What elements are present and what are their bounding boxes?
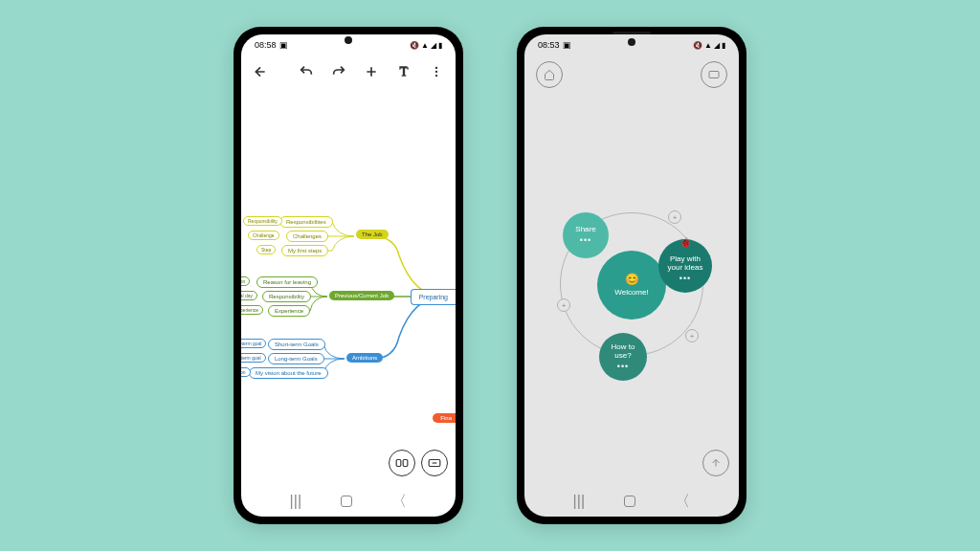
node-yellow-child-1[interactable]: Challenges xyxy=(286,231,328,242)
add-node-left[interactable]: + xyxy=(557,298,570,312)
node-blue-title[interactable]: Ambitions xyxy=(346,353,383,363)
redo-button[interactable] xyxy=(329,62,348,81)
add-node-top[interactable]: + xyxy=(668,210,681,224)
node-green-child-2[interactable]: Experience xyxy=(268,305,310,317)
signal-icon: ◢ xyxy=(431,41,436,50)
node-yellow-leaf-0[interactable]: Responsibility xyxy=(243,216,282,226)
front-camera xyxy=(345,36,352,44)
speaker-grille xyxy=(612,32,651,34)
node-green-child-1[interactable]: Responsibility xyxy=(262,291,311,302)
home-button[interactable] xyxy=(341,496,352,507)
bubble-howto-label-2: use? xyxy=(614,351,631,361)
svg-rect-6 xyxy=(709,72,719,78)
dots-icon: ••• xyxy=(617,362,629,372)
bubble-welcome-label: Welcome! xyxy=(614,288,648,298)
status-icons-right: 🔇 ▲ ◢ ▮ xyxy=(410,41,442,50)
fullscreen-button[interactable] xyxy=(421,450,448,476)
battery-icon: ▮ xyxy=(438,41,442,50)
bubble-play[interactable]: 🐞 Play with your ideas ••• xyxy=(658,239,712,293)
bubble-canvas[interactable]: + + + 😊 Welcome! Share ••• 🐞 Play with y… xyxy=(524,88,739,482)
node-orange-tag[interactable]: Fina xyxy=(433,413,456,423)
node-blue-leaf-1[interactable]: Long-term goal xyxy=(241,353,266,363)
status-time: 08:58 xyxy=(255,40,277,50)
svg-point-0 xyxy=(435,67,437,69)
format-button[interactable] xyxy=(394,62,413,81)
scroll-up-button[interactable] xyxy=(702,450,729,476)
app-topbar xyxy=(524,61,739,88)
back-button[interactable] xyxy=(251,62,270,81)
camera-icon: ▣ xyxy=(563,40,571,50)
bug-icon: 🐞 xyxy=(679,237,691,249)
signal-icon: ◢ xyxy=(714,41,720,50)
editor-toolbar xyxy=(241,55,456,88)
svg-rect-3 xyxy=(396,460,401,467)
emoji-smile: 😊 xyxy=(625,273,639,286)
node-blue-child-0[interactable]: Short-term Goals xyxy=(268,339,325,350)
svg-point-1 xyxy=(435,71,437,73)
present-icon-button[interactable] xyxy=(701,61,727,88)
mute-icon: 🔇 xyxy=(410,41,419,50)
add-button[interactable] xyxy=(362,62,381,81)
camera-icon: ▣ xyxy=(279,40,288,50)
wifi-icon: ▲ xyxy=(421,41,429,50)
node-blue-child-1[interactable]: Long-term Goals xyxy=(268,353,324,364)
node-green-leaf-0[interactable]: Reason xyxy=(241,276,250,286)
battery-icon: ▮ xyxy=(722,41,725,50)
node-yellow-leaf-1[interactable]: Challenge xyxy=(248,231,279,240)
svg-rect-4 xyxy=(403,460,408,467)
wifi-icon: ▲ xyxy=(704,41,712,50)
bubble-welcome[interactable]: 😊 Welcome! xyxy=(597,251,666,320)
android-nav-bar: ||| 〈 xyxy=(241,486,456,517)
node-blue-leaf-0[interactable]: Short-term goal xyxy=(241,339,266,348)
node-green-leaf-2[interactable]: Experience xyxy=(241,305,263,315)
bubble-howto-label-1: How to xyxy=(612,342,635,352)
node-yellow-leaf-2[interactable]: Step xyxy=(256,245,276,254)
dots-icon: ••• xyxy=(679,274,691,284)
add-node-right[interactable]: + xyxy=(685,329,699,342)
node-green-title[interactable]: Previous/Current Job xyxy=(329,291,394,300)
node-blue-leaf-2[interactable]: Vision xyxy=(241,367,251,377)
front-camera xyxy=(628,38,635,46)
node-main[interactable]: Preparing xyxy=(411,289,456,305)
more-button[interactable] xyxy=(427,62,446,81)
home-button[interactable] xyxy=(624,496,635,507)
nav-back-button[interactable]: 〈 xyxy=(391,492,407,512)
home-icon-button[interactable] xyxy=(536,61,563,88)
undo-button[interactable] xyxy=(297,62,316,81)
node-yellow-child-2[interactable]: My first steps xyxy=(281,245,328,256)
screen-right: 08:53 ▣ 🔇 ▲ ◢ ▮ + + + xyxy=(524,34,739,517)
status-time: 08:53 xyxy=(538,40,560,50)
node-yellow-title[interactable]: The Job xyxy=(356,230,389,239)
phone-mockup-left: 08:58 ▣ 🔇 ▲ ◢ ▮ xyxy=(234,27,463,524)
recents-button[interactable]: ||| xyxy=(290,493,301,510)
status-icons-right: 🔇 ▲ ◢ ▮ xyxy=(693,41,725,50)
mindmap-canvas[interactable]: Preparing The Job Responsibilities Chall… xyxy=(241,88,456,482)
bubble-play-label-1: Play with xyxy=(670,254,701,264)
node-yellow-child-0[interactable]: Responsibilities xyxy=(279,216,333,228)
screen-left: 08:58 ▣ 🔇 ▲ ◢ ▮ xyxy=(241,34,456,517)
phone-mockup-right: 08:53 ▣ 🔇 ▲ ◢ ▮ + + + xyxy=(517,27,746,524)
bubble-share-label: Share xyxy=(575,225,595,234)
node-blue-child-2[interactable]: My vision about the future xyxy=(249,367,328,379)
node-green-leaf-1[interactable]: Typical day xyxy=(241,291,257,300)
mute-icon: 🔇 xyxy=(693,41,702,50)
dots-icon: ••• xyxy=(580,235,591,246)
recents-button[interactable]: ||| xyxy=(573,493,585,510)
android-nav-bar: ||| 〈 xyxy=(524,486,739,517)
bubble-share[interactable]: Share ••• xyxy=(563,212,609,258)
svg-point-2 xyxy=(435,75,437,77)
bubble-play-label-2: your ideas xyxy=(668,263,703,273)
nav-back-button[interactable]: 〈 xyxy=(675,492,690,512)
fit-button[interactable] xyxy=(389,450,415,476)
node-green-child-0[interactable]: Reason for leaving xyxy=(256,276,318,288)
bubble-howto[interactable]: How to use? ••• xyxy=(599,333,647,381)
